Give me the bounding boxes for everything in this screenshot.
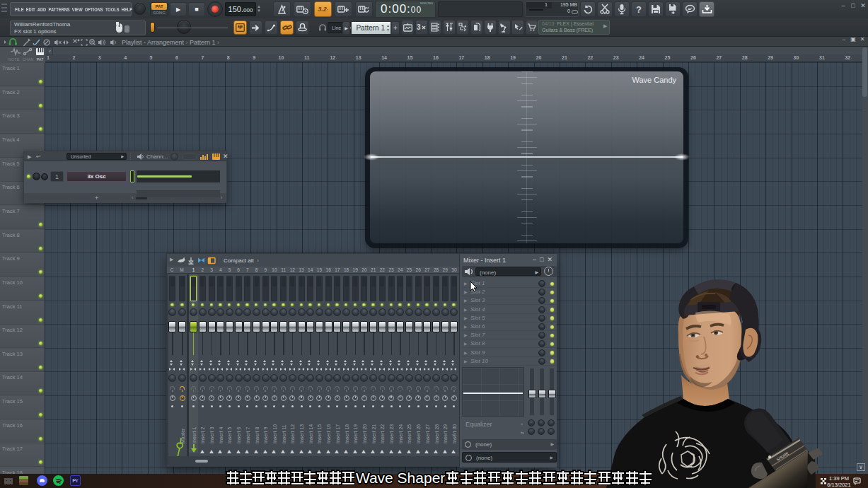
svg-text:3: 3 bbox=[417, 23, 421, 31]
